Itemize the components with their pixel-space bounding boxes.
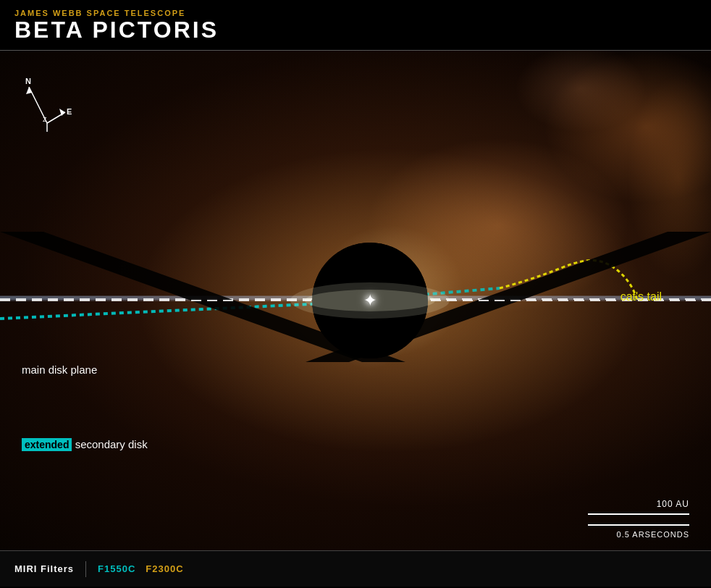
footer: MIRI Filters F1550C F2300C bbox=[0, 550, 711, 587]
svg-text:E: E bbox=[67, 107, 72, 116]
main-image-area: N E Z ✦ bbox=[0, 51, 711, 550]
main-disk-label: main disk plane bbox=[22, 364, 97, 376]
filter-f2300c[interactable]: F2300C bbox=[146, 563, 183, 574]
filter-f1550c[interactable]: F1550C bbox=[98, 563, 135, 574]
star-symbol: ✦ bbox=[363, 291, 376, 310]
compass-indicator: N E Z bbox=[22, 72, 72, 130]
miri-filters-label: MIRI Filters bbox=[14, 563, 74, 574]
svg-text:Z: Z bbox=[43, 116, 47, 123]
footer-divider bbox=[85, 561, 86, 577]
svg-text:N: N bbox=[25, 77, 31, 85]
secondary-disk-text: secondary disk bbox=[75, 438, 148, 450]
header: James Webb Space Telescope Beta Pictoris bbox=[0, 0, 711, 51]
extended-highlight: extended bbox=[22, 438, 72, 451]
secondary-disk-label: extended secondary disk bbox=[22, 438, 148, 450]
nebula-top-right bbox=[385, 51, 711, 304]
page-title: Beta Pictoris bbox=[14, 17, 697, 43]
cats-tail-label: cat's tail bbox=[620, 290, 662, 303]
